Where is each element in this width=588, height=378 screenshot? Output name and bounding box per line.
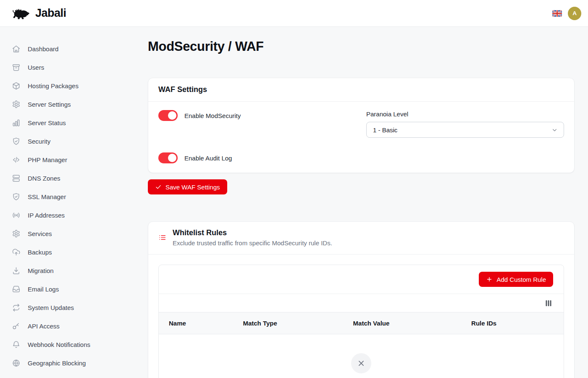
sidebar-item-label: Migration xyxy=(28,267,54,274)
sidebar-item-label: Email Logs xyxy=(28,286,59,293)
app-root: Jabali A DashboardUsersHosting PackagesS… xyxy=(0,0,588,378)
enable-audit-log-label: Enable Audit Log xyxy=(184,155,232,162)
shield-check-icon xyxy=(12,137,21,146)
x-icon xyxy=(357,359,366,368)
sidebar-item-server-status[interactable]: Server Status xyxy=(0,113,148,132)
sidebar-item-label: Webhook Notifications xyxy=(28,341,90,348)
brand-name: Jabali xyxy=(35,7,66,20)
shield-check-icon xyxy=(12,192,21,201)
toggle-knob xyxy=(168,154,176,162)
sidebar-item-webhook-notifications[interactable]: Webhook Notifications xyxy=(0,335,148,354)
column-header-match-value: Match Value xyxy=(343,312,461,334)
globe-icon xyxy=(12,359,21,368)
column-header-rule-ids: Rule IDs xyxy=(461,312,564,334)
bar-chart-icon xyxy=(12,118,21,127)
sidebar-item-label: DNS Zones xyxy=(28,175,60,182)
sidebar-item-api-access[interactable]: API Access xyxy=(0,317,148,335)
archive-icon xyxy=(12,63,21,72)
sidebar-item-users[interactable]: Users xyxy=(0,58,148,76)
key-icon xyxy=(12,322,21,331)
sidebar-item-migration[interactable]: Migration xyxy=(0,261,148,280)
gear-icon xyxy=(12,100,21,109)
sidebar-item-email-logs[interactable]: Email Logs xyxy=(0,280,148,298)
sidebar-item-label: Security xyxy=(28,138,50,145)
sidebar-item-backups[interactable]: Backups xyxy=(0,243,148,261)
gear-icon xyxy=(12,229,21,238)
repeat-icon xyxy=(12,303,21,312)
whitelist-body: Add Custom Rule xyxy=(148,255,574,378)
sidebar-item-ssl-manager[interactable]: SSL Manager xyxy=(0,187,148,206)
inbox-icon xyxy=(12,285,21,294)
sidebar-item-dns-zones[interactable]: DNS Zones xyxy=(0,169,148,187)
waf-card-title: WAF Settings xyxy=(158,85,207,94)
home-icon xyxy=(12,45,21,53)
avatar[interactable]: A xyxy=(568,7,581,20)
sidebar-item-label: API Access xyxy=(28,323,60,330)
page-title: ModSecurity / WAF xyxy=(148,39,575,54)
column-header-name: Name xyxy=(159,312,233,334)
sidebar-item-dashboard[interactable]: Dashboard xyxy=(0,39,148,58)
add-custom-rule-button[interactable]: Add Custom Rule xyxy=(479,272,553,287)
sidebar-item-label: Dashboard xyxy=(28,45,58,52)
sidebar-item-ip-addresses[interactable]: IP Addresses xyxy=(0,206,148,224)
sidebar-item-label: Backups xyxy=(28,249,52,256)
enable-audit-log-toggle[interactable] xyxy=(158,152,178,163)
whitelist-header-text: Whitelist Rules Exclude trusted traffic … xyxy=(173,228,332,247)
rules-table-empty-body xyxy=(159,334,564,378)
columns-icon[interactable] xyxy=(544,299,553,307)
whitelist-rules-card: Whitelist Rules Exclude trusted traffic … xyxy=(148,221,575,378)
toggle-knob xyxy=(168,111,176,120)
save-row: Save WAF Settings xyxy=(148,179,575,194)
modsecurity-toggle-row: Enable ModSecurity xyxy=(158,110,356,121)
sidebar-item-label: System Updates xyxy=(28,304,74,311)
sidebar-item-label: SSL Manager xyxy=(28,193,66,200)
waf-card-header: WAF Settings xyxy=(148,78,574,102)
sidebar-item-label: PHP Manager xyxy=(28,156,67,163)
radio-icon xyxy=(12,211,21,220)
list-icon xyxy=(158,234,166,242)
rules-table-panel: Add Custom Rule xyxy=(158,265,564,378)
sidebar-item-server-settings[interactable]: Server Settings xyxy=(0,95,148,113)
sidebar-item-label: Users xyxy=(28,64,44,71)
sidebar-item-system-updates[interactable]: System Updates xyxy=(0,298,148,317)
server-icon xyxy=(12,174,21,183)
rules-table-header: NameMatch TypeMatch ValueRule IDs xyxy=(159,312,564,334)
uk-flag-icon[interactable] xyxy=(552,10,562,17)
audit-log-toggle-row: Enable Audit Log xyxy=(158,152,356,164)
download-icon xyxy=(12,266,21,275)
waf-card-body: Enable ModSecurity Paranoia Level 1 - Ba… xyxy=(148,102,574,173)
boar-icon xyxy=(12,6,32,21)
cloud-upload-icon xyxy=(12,248,21,257)
check-icon xyxy=(155,184,162,190)
sidebar-item-label: Services xyxy=(28,230,52,237)
add-rule-row: Add Custom Rule xyxy=(159,265,564,294)
waf-settings-card: WAF Settings Enable ModSecurity Paranoia… xyxy=(148,78,575,173)
whitelist-subtitle: Exclude trusted traffic from specific Mo… xyxy=(173,239,332,247)
empty-state-close-button[interactable] xyxy=(351,353,371,373)
bell-icon xyxy=(12,340,21,349)
column-header-match-type: Match Type xyxy=(233,312,343,334)
paranoia-level-value: 1 - Basic xyxy=(373,126,397,134)
sidebar-item-services[interactable]: Services xyxy=(0,224,148,243)
sidebar-item-label: Geographic Blocking xyxy=(28,360,86,367)
top-bar: Jabali A xyxy=(0,0,588,27)
sidebar-item-php-manager[interactable]: PHP Manager xyxy=(0,150,148,169)
sidebar-item-label: Server Settings xyxy=(28,101,71,108)
brand-logo[interactable]: Jabali xyxy=(12,6,66,21)
code-icon xyxy=(12,155,21,164)
sidebar-item-security[interactable]: Security xyxy=(0,132,148,150)
enable-modsecurity-toggle[interactable] xyxy=(158,110,178,121)
save-button-label: Save WAF Settings xyxy=(165,184,220,191)
paranoia-level-label: Paranoia Level xyxy=(366,110,564,118)
whitelist-title: Whitelist Rules xyxy=(173,228,332,237)
chevron-down-icon xyxy=(551,126,558,134)
plus-icon xyxy=(486,276,493,283)
topbar-right: A xyxy=(552,7,581,20)
enable-modsecurity-label: Enable ModSecurity xyxy=(184,112,241,119)
sidebar-item-geographic-blocking[interactable]: Geographic Blocking xyxy=(0,354,148,372)
paranoia-level-select[interactable]: 1 - Basic xyxy=(366,122,564,138)
sidebar-item-label: Server Status xyxy=(28,119,66,126)
save-waf-settings-button[interactable]: Save WAF Settings xyxy=(148,179,227,194)
sidebar-item-hosting-packages[interactable]: Hosting Packages xyxy=(0,76,148,95)
sidebar-item-label: Hosting Packages xyxy=(28,82,79,89)
